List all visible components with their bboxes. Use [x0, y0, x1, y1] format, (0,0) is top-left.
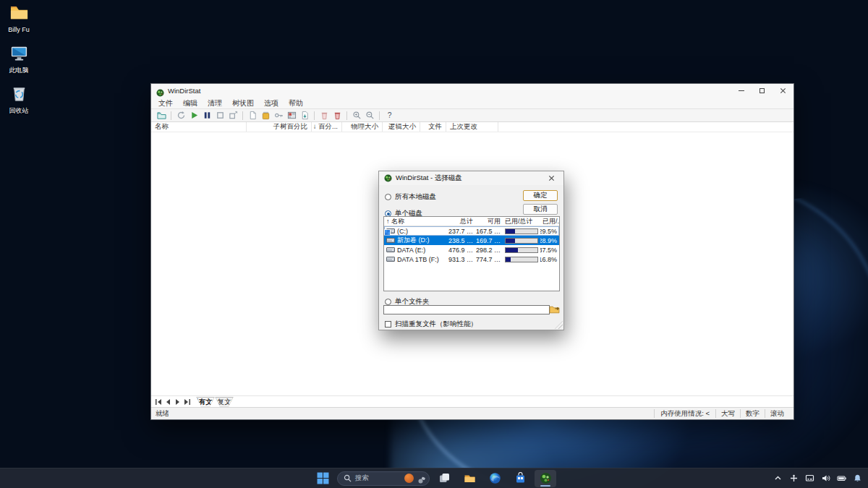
drive-list: ↑ 名称 总计 可用 已用/总计 已用/... (C:) 237.7 … 167… [383, 216, 560, 291]
drive-column-name[interactable]: ↑ 名称 [384, 217, 445, 226]
svg-text:?: ? [387, 111, 391, 119]
notification-bell-icon[interactable] [853, 474, 862, 483]
menu-help[interactable]: 帮助 [284, 98, 308, 108]
resume-icon[interactable] [188, 110, 200, 121]
drive-row[interactable]: 新加卷 (D:) 238.5 … 169.7 … 28.9% [384, 236, 559, 245]
report-icon[interactable] [299, 110, 310, 121]
drive-column-free[interactable]: 可用 [475, 217, 503, 226]
bottom-tabbar: 所有文件 重复文件 [151, 395, 793, 407]
menu-treemap[interactable]: 树状图 [227, 98, 259, 108]
drive-name: DATA 1TB (F:) [397, 256, 439, 263]
drive-column-total[interactable]: 总计 [445, 217, 475, 226]
column-last-change[interactable]: 上次更改 [446, 122, 498, 132]
edge-browser-button[interactable] [484, 470, 506, 487]
windirstat-taskbar-button[interactable] [535, 470, 556, 487]
used-bar [505, 238, 538, 244]
drive-total: 476.9 … [445, 247, 475, 254]
tab-all-files[interactable]: 所有文件 [196, 397, 215, 407]
drive-used-percent: 16.8% [540, 256, 559, 263]
folder-icon [9, 3, 29, 25]
menu-edit[interactable]: 编辑 [178, 98, 203, 108]
folder-path-input[interactable] [383, 305, 550, 314]
drive-icon [386, 257, 395, 262]
refresh-icon[interactable] [175, 110, 187, 121]
drive-row[interactable]: (C:) 237.7 … 167.5 … 29.5% [384, 226, 559, 236]
pause-icon[interactable] [201, 110, 213, 121]
status-memory-usage: 内存使用情况: < [654, 409, 715, 418]
desktop-icon-billy-fu[interactable]: Billy Fu [1, 3, 36, 34]
dialog-titlebar[interactable]: WinDirStat - 选择磁盘 [379, 171, 563, 185]
maximize-icon [760, 88, 765, 93]
tray-chevron-up-icon[interactable] [773, 474, 783, 483]
menu-file[interactable]: 文件 [153, 98, 178, 108]
column-percentage[interactable]: ↓ 百分... [312, 122, 342, 132]
tab-duplicate-files[interactable]: 重复文件 [215, 397, 234, 407]
zoom-in-icon[interactable] [351, 110, 362, 121]
drive-free: 298.2 … [475, 247, 503, 254]
column-subtree-percentage[interactable]: 子树百分比 [247, 122, 312, 132]
key-icon[interactable] [273, 110, 284, 121]
cancel-button[interactable]: 取消 [523, 204, 558, 215]
paste-icon[interactable] [260, 110, 271, 121]
browse-folder-button[interactable] [549, 304, 560, 314]
tab-scroll-first-button[interactable] [156, 399, 162, 405]
help-icon[interactable]: ? [383, 110, 395, 121]
desktop-icon-recycle-bin[interactable]: 回收站 [1, 84, 36, 115]
delete-to-bin-icon[interactable] [318, 110, 330, 121]
drive-column-used-pct[interactable]: 已用/... [540, 217, 559, 226]
system-tray [773, 468, 862, 488]
tab-scroll-prev-button[interactable] [165, 399, 171, 405]
ok-button[interactable]: 确定 [523, 190, 558, 201]
tab-scroll-next-button[interactable] [174, 399, 181, 405]
desktop-icon-grid: Billy Fu 此电脑 回收站 [1, 3, 39, 124]
desktop: Billy Fu 此电脑 回收站 WinDirStat [0, 0, 868, 488]
new-file-icon[interactable] [247, 110, 258, 121]
drive-list-header: ↑ 名称 总计 可用 已用/总计 已用/... [384, 217, 559, 226]
statusbar: 就绪 内存使用情况: < 大写 数字 滚动 [151, 407, 793, 419]
treemap-icon[interactable] [286, 110, 297, 121]
start-button[interactable] [312, 470, 333, 487]
window-titlebar[interactable]: WinDirStat [151, 84, 793, 98]
close-button[interactable] [773, 84, 793, 98]
stop-all-icon[interactable] [227, 110, 239, 121]
dialog-close-button[interactable] [544, 171, 558, 185]
accessibility-icon[interactable] [789, 474, 799, 483]
scan-duplicates-checkbox[interactable]: 扫描重复文件（影响性能） [385, 320, 477, 329]
drive-row[interactable]: DATA 1TB (F:) 931.3 … 774.7 … 16.8% [384, 254, 559, 264]
column-name[interactable]: 名称 [151, 122, 247, 132]
task-view-icon [438, 472, 451, 484]
radio-all-local-drives[interactable]: 所有本地磁盘 [385, 192, 436, 202]
checkbox-icon [385, 321, 391, 328]
maximize-button[interactable] [752, 84, 773, 98]
drive-free: 169.7 … [475, 237, 503, 244]
menu-options[interactable]: 选项 [259, 98, 284, 108]
search-icon [344, 474, 352, 482]
zoom-out-icon[interactable] [364, 110, 375, 121]
drive-row[interactable]: DATA (E:) 476.9 … 298.2 … 37.5% [384, 245, 559, 254]
open-icon[interactable] [156, 110, 167, 121]
menu-cleanup[interactable]: 清理 [203, 98, 227, 108]
menubar: 文件 编辑 清理 树状图 选项 帮助 [151, 98, 793, 108]
status-num-indicator: 数字 [740, 409, 765, 418]
column-logical-size[interactable]: 逻辑大小 [383, 122, 420, 132]
desktop-icon-label: 回收站 [9, 108, 29, 115]
recycle-bin-icon [9, 84, 29, 106]
minimize-button[interactable] [731, 84, 752, 98]
delete-permanently-icon[interactable] [331, 110, 343, 121]
column-physical-size[interactable]: 物理大小 [342, 122, 383, 132]
battery-icon[interactable] [837, 474, 846, 483]
microsoft-store-button[interactable] [509, 470, 531, 487]
dialog-resize-grip[interactable] [555, 321, 563, 329]
windirstat-logo-icon [540, 472, 552, 484]
select-drives-dialog: WinDirStat - 选择磁盘 所有本地磁盘 确定 取消 单个磁盘 ↑ 名称… [378, 171, 564, 330]
stop-icon[interactable] [214, 110, 226, 121]
drive-column-used-total[interactable]: 已用/总计 [503, 217, 540, 226]
column-files[interactable]: 文件 [420, 122, 446, 132]
desktop-icon-this-pc[interactable]: 此电脑 [1, 43, 36, 74]
ime-indicator-icon[interactable] [805, 474, 814, 483]
task-view-button[interactable] [433, 470, 455, 487]
tab-scroll-last-button[interactable] [184, 399, 190, 405]
volume-icon[interactable] [821, 474, 830, 483]
taskbar-search-box[interactable]: 搜索 [337, 471, 430, 486]
file-explorer-button[interactable] [459, 470, 480, 487]
